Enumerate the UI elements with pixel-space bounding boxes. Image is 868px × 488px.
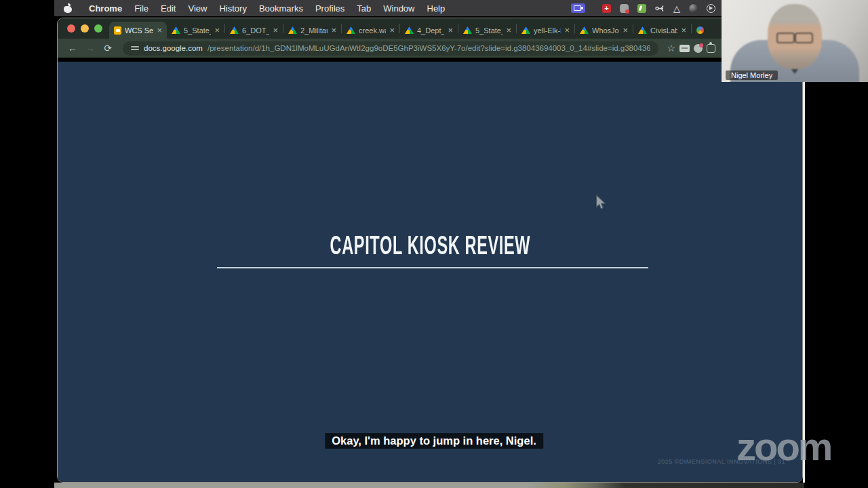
tab-4-dept-of[interactable]: 4_Dept_of_ × (400, 22, 458, 39)
tab-close-icon[interactable]: × (623, 26, 628, 35)
participant-video[interactable]: Nigel Morley (722, 0, 868, 82)
google-drive-icon (172, 26, 180, 34)
extension-badge-icon[interactable] (694, 44, 703, 53)
site-settings-icon[interactable] (131, 45, 139, 52)
tab-close-icon[interactable]: × (448, 26, 453, 35)
minimize-window-button[interactable] (81, 24, 89, 33)
google-drive-icon (638, 26, 647, 34)
triangle-app-icon[interactable]: △ (673, 4, 680, 13)
tab-civislabna[interactable]: CivisLabNa × (633, 22, 691, 39)
menu-tab[interactable]: Tab (351, 3, 377, 14)
menu-history[interactable]: History (213, 3, 252, 14)
chrome-window: WCS Septe × 5_State_Co × 6_DOT_Car × 2_M… (57, 18, 803, 483)
google-drive-icon (230, 26, 239, 34)
google-drive-icon (405, 26, 414, 34)
bookmark-star-icon[interactable]: ☆ (667, 43, 675, 54)
notification-dot-icon[interactable] (620, 4, 629, 13)
menu-chrome[interactable]: Chrome (83, 3, 128, 14)
back-button[interactable]: ← (66, 43, 79, 54)
participant-portrait (722, 0, 868, 82)
close-window-button[interactable] (67, 24, 75, 33)
google-drive-icon (580, 26, 589, 34)
url-path: /presentation/d/1h_GDN1lMoMLuUGdAnWtI2gg… (208, 44, 650, 52)
menu-bookmarks[interactable]: Bookmarks (253, 3, 309, 14)
tab-partial[interactable] (692, 22, 724, 39)
zoom-watermark: zoom (736, 427, 831, 466)
google-drive-icon (521, 26, 530, 34)
menu-file[interactable]: File (128, 3, 155, 14)
google-drive-icon (463, 26, 472, 34)
branch-icon[interactable] (655, 4, 665, 13)
closed-caption: Okay, I'm happy to jump in here, Nigel. (325, 433, 543, 449)
tab-close-icon[interactable]: × (681, 26, 686, 35)
refresh-button[interactable]: ⟳ (101, 43, 115, 54)
title-underline (217, 267, 648, 268)
participant-name-label: Nigel Morley (726, 70, 778, 80)
google-slides-icon (114, 26, 121, 35)
tab-6-dot-car[interactable]: 6_DOT_Car × (225, 22, 283, 39)
browser-toolbar: ← → ⟳ docs.google.com/presentation/d/1h_… (58, 39, 802, 58)
menu-window[interactable]: Window (377, 3, 420, 14)
colorful-favicon (696, 26, 704, 34)
menu-help[interactable]: Help (421, 3, 452, 14)
address-bar[interactable]: docs.google.com/presentation/d/1h_GDN1lM… (123, 41, 658, 56)
tab-whosjobis[interactable]: WhosJobIs × (575, 22, 633, 39)
tab-close-icon[interactable]: × (331, 26, 336, 35)
tab-close-icon[interactable]: × (157, 26, 162, 35)
page-content: CAPITOL KIOSK REVIEW Okay, I'm happy to … (58, 58, 802, 483)
menu-profiles[interactable]: Profiles (309, 3, 351, 14)
slide-title: CAPITOL KIOSK REVIEW (330, 231, 530, 260)
menu-view[interactable]: View (182, 3, 213, 14)
zoom-window-button[interactable] (94, 24, 102, 33)
play-app-icon[interactable] (707, 4, 715, 13)
tab-close-icon[interactable]: × (273, 26, 278, 35)
apple-menu-icon[interactable] (64, 4, 72, 13)
google-drive-icon (347, 26, 355, 34)
screen-share-indicator-icon[interactable] (571, 3, 585, 13)
url-domain: docs.google.com (144, 44, 203, 52)
menu-edit[interactable]: Edit (155, 3, 182, 14)
macos-menu-bar: Chrome File Edit View History Bookmarks … (54, 0, 804, 16)
screen-edge-highlight (803, 82, 805, 483)
red-cross-app-icon[interactable]: + (602, 4, 611, 13)
tab-5-state-co-2[interactable]: 5_State_Co × (458, 22, 516, 39)
tab-close-icon[interactable]: × (564, 26, 570, 35)
extension-card-icon[interactable] (679, 45, 690, 52)
window-controls (67, 24, 102, 33)
desktop-sliver (54, 483, 804, 488)
extensions-puzzle-icon[interactable] (707, 44, 715, 53)
google-drive-icon (288, 26, 297, 34)
mouse-cursor (594, 195, 608, 210)
tab-wcs-september[interactable]: WCS Septe × (109, 22, 167, 39)
tab-2-military[interactable]: 2_MilitaryD × (283, 22, 341, 39)
forward-button[interactable]: → (83, 43, 97, 54)
tab-close-icon[interactable]: × (214, 26, 220, 35)
shared-screen: Chrome File Edit View History Bookmarks … (54, 0, 804, 488)
globe-app-icon[interactable] (689, 4, 698, 13)
tab-strip: WCS Septe × 5_State_Co × 6_DOT_Car × 2_M… (58, 18, 802, 39)
person-glasses (775, 33, 814, 41)
tab-close-icon[interactable]: × (506, 26, 511, 35)
tab-5-state-co[interactable]: 5_State_Co × (167, 22, 224, 39)
presentation-slide: CAPITOL KIOSK REVIEW Okay, I'm happy to … (58, 62, 802, 483)
tab-close-icon[interactable]: × (389, 26, 395, 35)
tab-creek-wav[interactable]: creek.wav × (342, 22, 399, 39)
green-app-icon[interactable] (637, 4, 646, 13)
tab-yell-elk-bu[interactable]: yell-Elk-Bu × (517, 22, 574, 39)
